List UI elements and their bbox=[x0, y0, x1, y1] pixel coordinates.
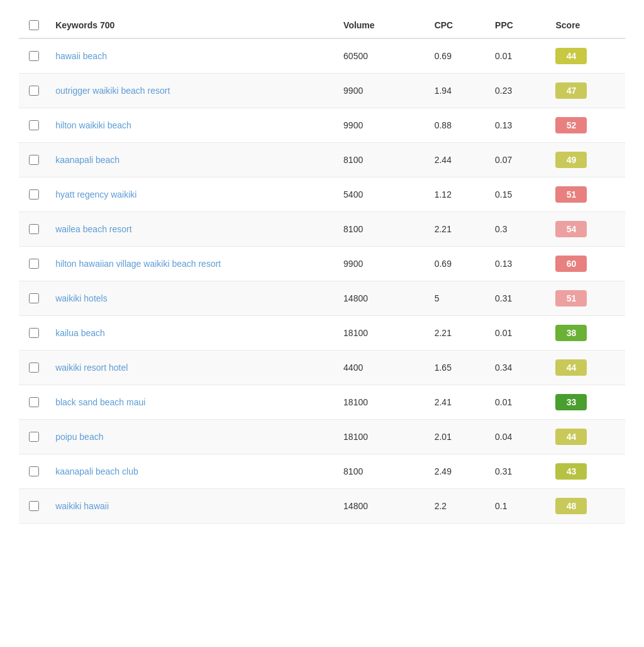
keyword-link[interactable]: kailua beach bbox=[55, 328, 105, 338]
table-body: hawaii beach 60500 0.69 0.01 44 outrigge… bbox=[19, 38, 625, 524]
row-checkbox[interactable] bbox=[29, 328, 39, 338]
row-volume: 18100 bbox=[337, 316, 428, 351]
select-all-checkbox[interactable] bbox=[29, 20, 39, 30]
score-badge: 54 bbox=[555, 221, 587, 237]
row-ppc: 0.13 bbox=[489, 247, 549, 281]
row-checkbox-cell bbox=[19, 38, 49, 74]
header-keywords: Keywords 700 bbox=[49, 13, 337, 38]
row-score: 33 bbox=[549, 385, 625, 420]
row-checkbox-cell bbox=[19, 385, 49, 420]
score-badge: 60 bbox=[555, 256, 587, 272]
row-ppc: 0.31 bbox=[489, 454, 549, 489]
table-row: waikiki resort hotel 4400 1.65 0.34 44 bbox=[19, 351, 625, 385]
row-cpc: 2.21 bbox=[428, 316, 489, 351]
keyword-link[interactable]: poipu beach bbox=[55, 432, 103, 442]
row-checkbox[interactable] bbox=[29, 293, 39, 303]
row-checkbox[interactable] bbox=[29, 466, 39, 476]
table-row: poipu beach 18100 2.01 0.04 44 bbox=[19, 420, 625, 454]
row-checkbox[interactable] bbox=[29, 259, 39, 269]
row-keyword: poipu beach bbox=[49, 420, 337, 454]
row-score: 43 bbox=[549, 454, 625, 489]
score-badge: 44 bbox=[555, 359, 587, 376]
row-ppc: 0.34 bbox=[489, 351, 549, 385]
row-checkbox[interactable] bbox=[29, 501, 39, 511]
keyword-table: Keywords 700 Volume CPC PPC Score bbox=[19, 13, 625, 524]
row-checkbox[interactable] bbox=[29, 432, 39, 442]
row-keyword: black sand beach maui bbox=[49, 385, 337, 420]
row-score: 49 bbox=[549, 143, 625, 177]
row-keyword: kaanapali beach club bbox=[49, 454, 337, 489]
keyword-link[interactable]: hawaii beach bbox=[55, 51, 107, 61]
table-row: waikiki hawaii 14800 2.2 0.1 48 bbox=[19, 489, 625, 524]
row-score: 60 bbox=[549, 247, 625, 281]
table-row: waikiki hotels 14800 5 0.31 51 bbox=[19, 281, 625, 316]
score-badge: 33 bbox=[555, 394, 587, 410]
row-checkbox-cell bbox=[19, 489, 49, 524]
row-score: 54 bbox=[549, 212, 625, 247]
row-keyword: kailua beach bbox=[49, 316, 337, 351]
row-checkbox[interactable] bbox=[29, 51, 39, 61]
row-checkbox-cell bbox=[19, 74, 49, 108]
row-volume: 5400 bbox=[337, 177, 428, 212]
row-cpc: 5 bbox=[428, 281, 489, 316]
row-checkbox[interactable] bbox=[29, 397, 39, 407]
row-cpc: 2.2 bbox=[428, 489, 489, 524]
keyword-link[interactable]: waikiki resort hotel bbox=[55, 363, 128, 373]
row-score: 44 bbox=[549, 420, 625, 454]
row-volume: 9900 bbox=[337, 108, 428, 143]
score-badge: 43 bbox=[555, 463, 587, 480]
keyword-link[interactable]: waikiki hawaii bbox=[55, 501, 109, 511]
header-checkbox-cell bbox=[19, 13, 49, 38]
row-checkbox[interactable] bbox=[29, 224, 39, 234]
row-checkbox[interactable] bbox=[29, 363, 39, 373]
row-ppc: 0.01 bbox=[489, 385, 549, 420]
score-badge: 44 bbox=[555, 429, 587, 445]
row-cpc: 0.69 bbox=[428, 247, 489, 281]
table-row: kailua beach 18100 2.21 0.01 38 bbox=[19, 316, 625, 351]
header-volume: Volume bbox=[337, 13, 428, 38]
row-ppc: 0.23 bbox=[489, 74, 549, 108]
keyword-link[interactable]: outrigger waikiki beach resort bbox=[55, 86, 170, 96]
score-badge: 38 bbox=[555, 325, 587, 341]
row-score: 47 bbox=[549, 74, 625, 108]
row-checkbox[interactable] bbox=[29, 86, 39, 96]
keyword-link[interactable]: kaanapali beach club bbox=[55, 466, 138, 476]
score-badge: 49 bbox=[555, 152, 587, 168]
table-header-row: Keywords 700 Volume CPC PPC Score bbox=[19, 13, 625, 38]
keyword-table-container: Keywords 700 Volume CPC PPC Score bbox=[0, 0, 644, 647]
row-ppc: 0.01 bbox=[489, 38, 549, 74]
row-cpc: 1.65 bbox=[428, 351, 489, 385]
keyword-link[interactable]: hilton hawaiian village waikiki beach re… bbox=[55, 259, 221, 269]
row-volume: 60500 bbox=[337, 38, 428, 74]
row-score: 44 bbox=[549, 351, 625, 385]
row-checkbox[interactable] bbox=[29, 120, 39, 130]
table-row: wailea beach resort 8100 2.21 0.3 54 bbox=[19, 212, 625, 247]
row-checkbox-cell bbox=[19, 420, 49, 454]
row-volume: 18100 bbox=[337, 420, 428, 454]
row-checkbox-cell bbox=[19, 454, 49, 489]
table-row: hyatt regency waikiki 5400 1.12 0.15 51 bbox=[19, 177, 625, 212]
row-volume: 9900 bbox=[337, 74, 428, 108]
keyword-link[interactable]: hyatt regency waikiki bbox=[55, 189, 136, 200]
row-ppc: 0.01 bbox=[489, 316, 549, 351]
table-row: outrigger waikiki beach resort 9900 1.94… bbox=[19, 74, 625, 108]
keyword-link[interactable]: waikiki hotels bbox=[55, 293, 107, 303]
row-cpc: 0.88 bbox=[428, 108, 489, 143]
row-checkbox[interactable] bbox=[29, 155, 39, 165]
keyword-link[interactable]: black sand beach maui bbox=[55, 397, 145, 407]
row-ppc: 0.04 bbox=[489, 420, 549, 454]
row-score: 44 bbox=[549, 38, 625, 74]
row-ppc: 0.31 bbox=[489, 281, 549, 316]
row-score: 51 bbox=[549, 177, 625, 212]
keyword-link[interactable]: wailea beach resort bbox=[55, 224, 131, 234]
row-keyword: hilton waikiki beach bbox=[49, 108, 337, 143]
row-ppc: 0.15 bbox=[489, 177, 549, 212]
row-score: 48 bbox=[549, 489, 625, 524]
row-cpc: 2.41 bbox=[428, 385, 489, 420]
score-badge: 44 bbox=[555, 48, 587, 64]
table-row: hilton hawaiian village waikiki beach re… bbox=[19, 247, 625, 281]
row-checkbox[interactable] bbox=[29, 189, 39, 200]
keyword-link[interactable]: kaanapali beach bbox=[55, 155, 119, 165]
row-volume: 9900 bbox=[337, 247, 428, 281]
keyword-link[interactable]: hilton waikiki beach bbox=[55, 120, 131, 130]
